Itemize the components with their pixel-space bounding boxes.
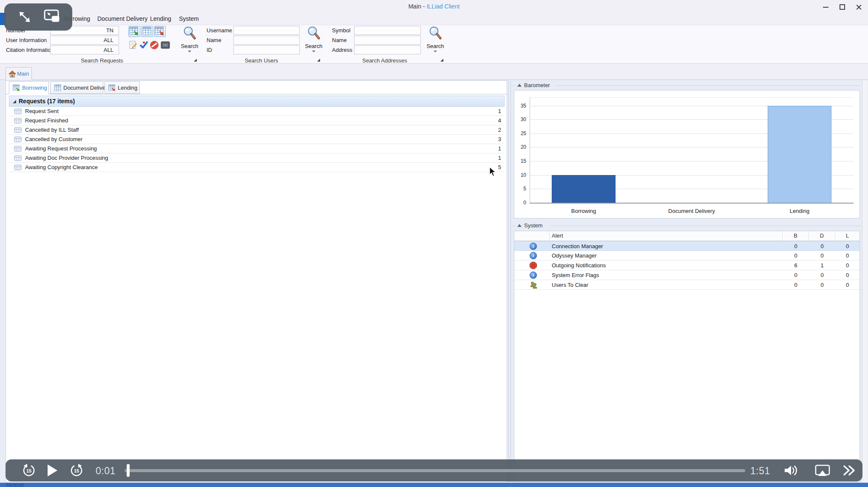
group-expanded-icon bbox=[13, 100, 16, 103]
more-controls-button[interactable] bbox=[842, 464, 857, 479]
search-dropdown-arrow bbox=[434, 51, 437, 52]
username-field[interactable] bbox=[233, 26, 300, 35]
window-title: Main - ILLiad Client bbox=[0, 0, 868, 13]
tab-document-delivery-label: Document Delivery bbox=[63, 85, 110, 91]
tab-borrowing[interactable]: Borrowing bbox=[9, 81, 49, 94]
row-count: 1 bbox=[498, 145, 501, 152]
symbol-field[interactable] bbox=[354, 26, 421, 35]
close-button[interactable] bbox=[853, 4, 864, 11]
rewind-15-button[interactable]: 15 bbox=[22, 463, 36, 479]
picture-in-picture-icon bbox=[43, 8, 61, 24]
requests-group-header[interactable]: Requests (17 items) bbox=[9, 96, 505, 107]
xlabel-lending: Lending bbox=[757, 208, 842, 214]
svg-text:15: 15 bbox=[26, 468, 31, 473]
tab-main[interactable]: Main bbox=[6, 67, 32, 80]
list-item-awaiting-copyright-clearance[interactable]: Awaiting Copyright Clearance 5 bbox=[9, 163, 505, 172]
airplay-button[interactable] bbox=[815, 464, 830, 478]
progress-scrubber[interactable] bbox=[127, 464, 130, 477]
search-dropdown-arrow bbox=[188, 51, 191, 52]
borrowing-grid-button[interactable] bbox=[128, 26, 140, 37]
ytick-35: 35 bbox=[514, 103, 526, 109]
forward-15-button[interactable]: 15 bbox=[69, 463, 84, 479]
ytick-15: 15 bbox=[514, 158, 526, 164]
search-users-button[interactable]: Search bbox=[303, 25, 325, 57]
ribbon-group-separator bbox=[326, 26, 327, 63]
vault-icon[interactable] bbox=[160, 40, 170, 50]
system-row-odyssey-manager[interactable]: i Odyssey Manager 0 0 0 bbox=[514, 251, 859, 260]
ytick-30: 30 bbox=[514, 116, 526, 122]
ribbon-tab-lending[interactable]: Lending bbox=[148, 13, 173, 25]
tab-lending-label: Lending bbox=[118, 85, 137, 91]
list-item-awaiting-request-processing[interactable]: Awaiting Request Processing 1 bbox=[9, 144, 505, 153]
users-icon bbox=[530, 281, 537, 289]
search-requests-dialog-launcher[interactable] bbox=[194, 59, 197, 62]
list-item-cancelled-by-customer[interactable]: Cancelled by Customer 3 bbox=[9, 135, 505, 144]
double-chevron-icon bbox=[842, 464, 857, 477]
tab-document-delivery[interactable]: Document Delivery bbox=[50, 81, 103, 94]
address-name-field[interactable] bbox=[354, 36, 421, 45]
magnifier-icon bbox=[428, 25, 443, 41]
system-row-outgoing-notifications[interactable]: Outgoing Notifications 6 1 0 bbox=[514, 260, 859, 270]
list-item-cancelled-by-ill-staff[interactable]: Cancelled by ILL Staff 2 bbox=[9, 125, 505, 135]
address-field[interactable] bbox=[354, 45, 421, 54]
panel-splitter[interactable] bbox=[508, 81, 509, 482]
tab-lending[interactable]: Lending bbox=[105, 81, 140, 94]
maximize-button[interactable] bbox=[837, 4, 848, 11]
system-row-users-to-clear[interactable]: Users To Clear 0 0 0 bbox=[514, 280, 859, 290]
ytick-10: 10 bbox=[514, 172, 526, 178]
citation-information-field[interactable]: ALL bbox=[50, 45, 119, 54]
svg-text:15: 15 bbox=[74, 468, 79, 473]
volume-button[interactable] bbox=[783, 464, 800, 479]
col-l: L bbox=[835, 231, 859, 241]
user-information-field[interactable]: ALL bbox=[50, 36, 119, 45]
play-button[interactable] bbox=[46, 464, 58, 479]
request-queue-icon bbox=[14, 118, 22, 124]
bar-lending bbox=[768, 106, 831, 203]
ribbon-tab-system[interactable]: System bbox=[177, 13, 201, 25]
picture-in-picture-button[interactable] bbox=[43, 8, 60, 25]
progress-track[interactable] bbox=[125, 469, 745, 472]
requests-header-label: Requests (17 items) bbox=[19, 98, 75, 105]
request-queue-icon bbox=[14, 136, 22, 142]
system-row-connection-manager[interactable]: i Connection Manager 0 0 0 bbox=[514, 241, 859, 251]
list-item-awaiting-doc-provider-processing[interactable]: Awaiting Doc Provider Processing 1 bbox=[9, 153, 505, 163]
info-icon: i bbox=[530, 243, 537, 250]
magnifier-icon bbox=[306, 25, 321, 41]
user-name-field[interactable] bbox=[233, 36, 300, 45]
cancel-icon[interactable] bbox=[150, 40, 159, 50]
route-check-icon[interactable] bbox=[139, 40, 148, 50]
bar-chart-area: 05101520253035BorrowingDocument Delivery… bbox=[514, 91, 859, 218]
xlabel-document-delivery: Document Delivery bbox=[649, 208, 734, 214]
search-requests-button[interactable]: Search bbox=[179, 25, 201, 57]
row-count: 3 bbox=[498, 136, 501, 142]
document-delivery-grid-button[interactable] bbox=[141, 26, 153, 37]
list-item-request-finished[interactable]: Request Finished 4 bbox=[9, 116, 505, 125]
barometer-group-header[interactable]: Barometer bbox=[512, 82, 863, 89]
lending-grid-button[interactable] bbox=[154, 26, 166, 37]
search-addresses-dialog-launcher[interactable] bbox=[440, 59, 443, 62]
ribbon-group-separator bbox=[448, 26, 448, 63]
panel-splitter-line bbox=[511, 81, 511, 482]
edit-note-icon[interactable] bbox=[128, 40, 138, 50]
fullscreen-icon bbox=[16, 8, 33, 25]
system-row-system-error-flags[interactable]: i System Error Flags 0 0 0 bbox=[514, 270, 859, 280]
ribbon: Number User Information Citation Informa… bbox=[0, 25, 868, 64]
row-count: 2 bbox=[498, 127, 501, 133]
ytick-25: 25 bbox=[514, 130, 526, 136]
field-label-address: Address bbox=[332, 46, 352, 54]
col-alert: Alert bbox=[550, 231, 783, 241]
plot-top-border bbox=[530, 97, 854, 98]
field-label-address-name: Name bbox=[332, 36, 347, 45]
search-addresses-button[interactable]: Search bbox=[424, 25, 446, 57]
right-scrollbar[interactable] bbox=[862, 81, 868, 482]
info-icon: i bbox=[530, 252, 537, 259]
list-item-request-sent[interactable]: Request Sent 1 bbox=[9, 107, 505, 116]
ribbon-tab-document-delivery[interactable]: Document Delivery bbox=[95, 13, 150, 25]
id-field[interactable] bbox=[233, 45, 300, 54]
minimize-button[interactable] bbox=[820, 4, 831, 11]
search-users-dialog-launcher[interactable] bbox=[317, 59, 320, 62]
system-group-header[interactable]: System bbox=[512, 222, 863, 229]
fullscreen-button[interactable] bbox=[16, 8, 33, 25]
row-count: 5 bbox=[498, 164, 501, 170]
magnifier-icon bbox=[182, 25, 197, 41]
